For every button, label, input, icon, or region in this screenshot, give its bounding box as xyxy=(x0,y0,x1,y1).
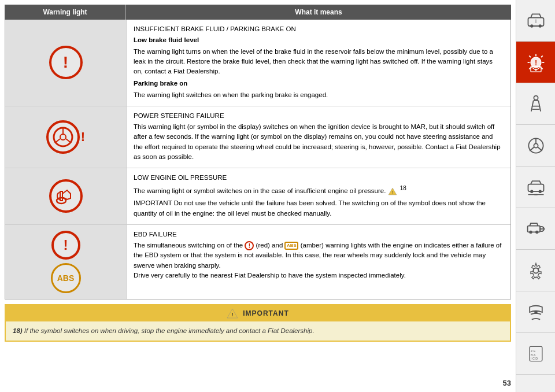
brake-body: The warning light turns on when the leve… xyxy=(134,47,504,77)
table-row: ! ABS EBD FAILURE The simultaneous switc… xyxy=(5,225,510,299)
svg-text:Z   E: Z E xyxy=(531,349,536,353)
sidebar-item-settings[interactable] xyxy=(516,250,555,291)
oil-body: The warning light or symbol switches on … xyxy=(134,184,504,196)
sidebar-item-steering[interactable] xyxy=(516,125,555,167)
svg-text:i: i xyxy=(535,18,536,24)
important-box: ! IMPORTANT 18) If the symbol switches o… xyxy=(5,304,511,342)
oil-footnote-icon: ! xyxy=(388,187,397,195)
sidebar-item-index[interactable]: Z E B A I C D xyxy=(516,333,555,375)
oil-icon-cell xyxy=(5,168,127,224)
svg-point-12 xyxy=(530,24,533,27)
oil-footnote-num: 18 xyxy=(400,185,406,191)
svg-line-3 xyxy=(55,139,60,143)
svg-text:!: ! xyxy=(534,58,536,66)
svg-point-44 xyxy=(535,311,537,313)
important-triangle-icon: ! xyxy=(227,308,238,319)
sidebar-item-car-tools[interactable] xyxy=(516,208,555,250)
steering-text-cell: POWER STEERING FAILURE This warning ligh… xyxy=(127,106,510,168)
right-sidebar: i ! xyxy=(516,0,555,392)
ebd-red-icon: ! xyxy=(245,241,254,250)
ebd-text-cell: EBD FAILURE The simultaneous switching o… xyxy=(127,225,510,299)
svg-point-27 xyxy=(534,95,538,99)
brake-title: INSUFFICIENT BRAKE FLUID / PARKING BRAKE… xyxy=(134,24,504,34)
abs-icon: ABS xyxy=(51,263,81,293)
sidebar-item-person-seat[interactable] xyxy=(516,83,555,125)
ebd-title: EBD FAILURE xyxy=(134,230,504,239)
svg-text:B  A: B A xyxy=(531,353,536,356)
table-row: LOW ENGINE OIL PRESSURE The warning ligh… xyxy=(5,168,510,225)
warning-table: Warning light What it means ! INSUFFICIE… xyxy=(5,5,511,299)
ebd-amber-icon: ABS xyxy=(284,242,298,250)
table-header: Warning light What it means xyxy=(5,5,511,20)
steering-icon-cell: ! xyxy=(5,106,127,168)
svg-text:!: ! xyxy=(232,312,234,317)
note-text: If the symbol switches on when driving, … xyxy=(24,327,314,334)
svg-line-32 xyxy=(530,147,534,150)
important-body: 18) If the symbol switches on when drivi… xyxy=(6,321,510,341)
svg-rect-39 xyxy=(527,225,540,232)
svg-line-33 xyxy=(538,147,542,150)
sidebar-item-car-road[interactable] xyxy=(516,167,555,208)
table-row: ! INSUFFICIENT BRAKE FLUID / PARKING BRA… xyxy=(5,20,510,106)
sidebar-item-car-info[interactable]: i xyxy=(516,0,555,42)
table-row: ! POWER STEERING FAILURE This warning li… xyxy=(5,106,510,168)
svg-point-35 xyxy=(530,190,533,193)
table-body: ! INSUFFICIENT BRAKE FLUID / PARKING BRA… xyxy=(5,20,511,299)
ebd-body: The simultaneous switching on of the ! (… xyxy=(134,241,504,280)
page-number: 53 xyxy=(5,379,511,387)
ebd-icon-cell: ! ABS xyxy=(5,225,127,299)
brake-warning-icon: ! xyxy=(49,46,83,79)
svg-text:!: ! xyxy=(392,190,393,194)
svg-point-41 xyxy=(535,230,538,233)
svg-line-23 xyxy=(541,56,543,57)
svg-point-30 xyxy=(534,143,538,147)
svg-point-40 xyxy=(529,230,532,233)
steering-exclaim: ! xyxy=(81,130,85,145)
svg-point-13 xyxy=(538,24,541,27)
important-title: IMPORTANT xyxy=(243,309,288,317)
note-number: 18) xyxy=(13,327,23,334)
header-what-it-means: What it means xyxy=(126,5,511,20)
important-header: ! IMPORTANT xyxy=(6,305,510,321)
brake-bold: Low brake fluid level xyxy=(134,35,504,45)
svg-text:I  C D: I C D xyxy=(531,356,538,360)
brake-icon-cell: ! xyxy=(5,20,127,106)
main-content: Warning light What it means ! INSUFFICIE… xyxy=(0,0,516,392)
parking-brake-bold: Parking brake on xyxy=(134,79,504,88)
oil-warning-icon xyxy=(49,179,83,213)
parking-brake-body: The warning light switches on when the p… xyxy=(134,90,504,100)
header-warning-light: Warning light xyxy=(5,5,126,20)
svg-point-36 xyxy=(538,190,541,193)
ebd-brake-icon: ! xyxy=(51,231,80,260)
sidebar-item-warning-lights[interactable]: ! xyxy=(516,42,555,83)
steering-body: This warning light (or symbol in the dis… xyxy=(134,122,504,162)
ebd-icons: ! ABS xyxy=(51,231,81,293)
oil-important: IMPORTANT Do not use the vehicle until t… xyxy=(134,198,504,219)
oil-title: LOW ENGINE OIL PRESSURE xyxy=(134,173,504,183)
brake-text-cell: INSUFFICIENT BRAKE FLUID / PARKING BRAKE… xyxy=(127,20,510,106)
svg-line-21 xyxy=(529,56,531,57)
svg-line-4 xyxy=(66,139,71,143)
steering-warning-icon xyxy=(46,120,80,154)
oil-text-cell: LOW ENGINE OIL PRESSURE The warning ligh… xyxy=(127,168,510,224)
sidebar-item-music-nav[interactable] xyxy=(516,291,555,333)
svg-point-1 xyxy=(60,134,66,140)
svg-rect-34 xyxy=(528,184,543,191)
steering-title: POWER STEERING FAILURE xyxy=(134,111,504,121)
